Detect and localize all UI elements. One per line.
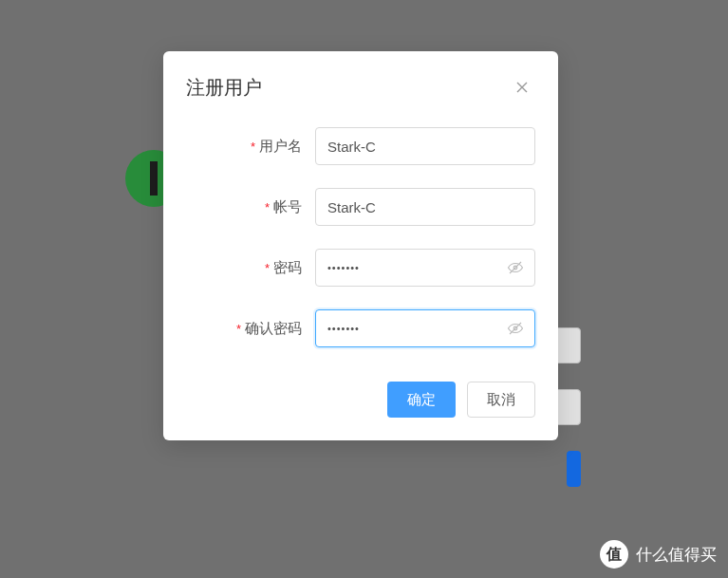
input-wrap bbox=[315, 188, 535, 226]
form-row-account: *帐号 bbox=[186, 188, 535, 226]
watermark: 值 什么值得买 bbox=[600, 540, 717, 569]
watermark-badge: 值 bbox=[600, 540, 628, 569]
modal-header: 注册用户 bbox=[186, 74, 535, 101]
close-button[interactable] bbox=[509, 74, 535, 101]
register-modal: 注册用户 *用户名 *帐号 *密码 bbox=[163, 51, 558, 440]
required-mark: * bbox=[251, 140, 255, 154]
username-label: *用户名 bbox=[186, 138, 315, 156]
toggle-password-visibility[interactable] bbox=[505, 257, 526, 278]
account-input[interactable] bbox=[315, 188, 535, 226]
form-row-password: *密码 bbox=[186, 249, 535, 287]
toggle-confirm-visibility[interactable] bbox=[505, 318, 526, 339]
form-row-confirm: *确认密码 bbox=[186, 309, 535, 347]
eye-off-icon bbox=[507, 259, 524, 276]
close-icon bbox=[514, 80, 530, 95]
username-input[interactable] bbox=[315, 127, 535, 165]
required-mark: * bbox=[265, 261, 270, 275]
input-wrap bbox=[315, 127, 535, 165]
password-label: *密码 bbox=[186, 259, 315, 277]
required-mark: * bbox=[265, 200, 270, 214]
required-mark: * bbox=[236, 322, 241, 336]
confirm-label: *确认密码 bbox=[186, 320, 315, 338]
modal-footer: 确定 取消 bbox=[186, 382, 535, 418]
input-wrap bbox=[315, 249, 535, 287]
confirm-password-input[interactable] bbox=[315, 309, 535, 347]
ok-button[interactable]: 确定 bbox=[387, 382, 456, 418]
watermark-text: 什么值得买 bbox=[636, 544, 717, 566]
modal-title: 注册用户 bbox=[186, 75, 262, 101]
input-wrap bbox=[315, 309, 535, 347]
eye-off-icon bbox=[507, 320, 524, 337]
password-input[interactable] bbox=[315, 249, 535, 287]
cancel-button[interactable]: 取消 bbox=[467, 382, 535, 418]
account-label: *帐号 bbox=[186, 198, 315, 216]
form-row-username: *用户名 bbox=[186, 127, 535, 165]
